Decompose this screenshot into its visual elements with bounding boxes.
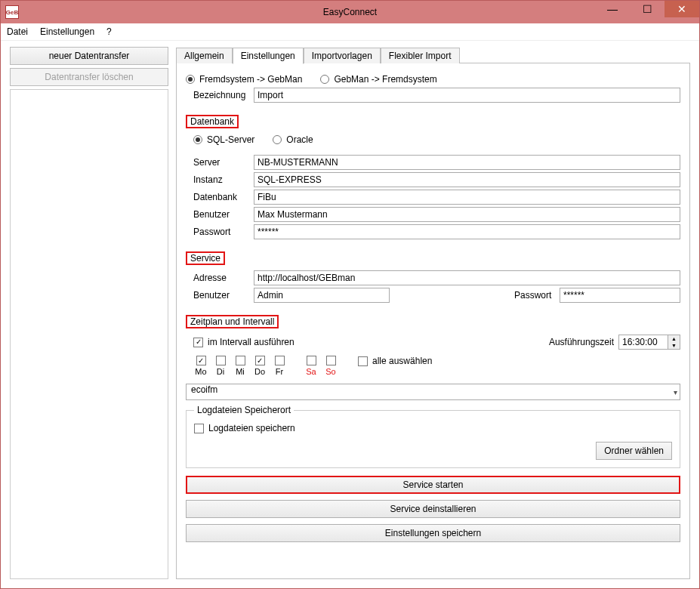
database-group-title: Datenbank (186, 115, 239, 128)
exec-time-row: Ausführungszeit ▲ ▼ (549, 335, 680, 350)
service-user-label: Benutzer (193, 290, 254, 301)
day-label: Di (217, 367, 224, 376)
radio-label: GebMan -> Fremdsystem (334, 74, 436, 85)
database-group: Datenbank SQL-Server Oracle Server (186, 110, 680, 239)
spinner-up-icon[interactable]: ▲ (668, 335, 680, 342)
radio-foreign-to-gebman[interactable]: Fremdsystem -> GebMan (186, 74, 302, 85)
select-all-checkbox[interactable]: alle auswählen (358, 356, 432, 366)
day-mo[interactable]: Mo (193, 356, 208, 376)
sidebar: neuer Datentransfer Datentransfer lösche… (10, 47, 168, 579)
day-label: Sa (306, 367, 316, 376)
app-window: GeB EasyConnect — ☐ ✕ Datei Einstellunge… (0, 0, 700, 589)
day-label: Fr (276, 367, 283, 376)
menu-settings[interactable]: Einstellungen (40, 26, 94, 37)
new-transfer-button[interactable]: neuer Datentransfer (10, 47, 168, 65)
tab-general[interactable]: Allgemein (176, 48, 233, 63)
tab-settings[interactable]: Einstellungen (233, 48, 304, 64)
database-input[interactable] (254, 190, 680, 205)
instance-label: Instanz (193, 174, 254, 185)
save-settings-button[interactable]: Einstellungen speichern (186, 524, 680, 542)
service-group: Service Adresse Benutzer Passwort (186, 247, 680, 303)
checkbox-icon (193, 338, 203, 347)
minimize-button[interactable]: — (595, 1, 630, 17)
database-row: Datenbank (193, 190, 680, 205)
checkbox-icon (255, 356, 265, 365)
app-icon: GeB (5, 5, 19, 19)
exec-time-input[interactable] (619, 335, 668, 349)
db-password-input[interactable] (254, 224, 680, 239)
tab-flexible-import[interactable]: Flexibler Import (381, 48, 460, 63)
day-mi[interactable]: Mi (233, 356, 248, 376)
start-service-button[interactable]: Service starten (186, 476, 680, 494)
interval-label: im Intervall ausführen (208, 337, 294, 347)
radio-label: SQL-Server (207, 134, 254, 145)
radio-dot-icon (186, 75, 195, 84)
interval-checkbox[interactable]: im Intervall ausführen (193, 337, 294, 347)
checkbox-icon (275, 356, 285, 365)
tab-import-templates[interactable]: Importvorlagen (304, 48, 381, 63)
profile-select[interactable]: ecoifm (186, 384, 680, 400)
radio-sql-server[interactable]: SQL-Server (193, 134, 254, 145)
server-input[interactable] (254, 155, 680, 170)
checkbox-icon (326, 356, 336, 365)
delete-transfer-button: Datentransfer löschen (10, 68, 168, 86)
titlebar: GeB EasyConnect — ☐ ✕ (1, 1, 699, 23)
profile-select-wrap[interactable]: ecoifm ▾ (186, 384, 680, 400)
client-area: neuer Datentransfer Datentransfer lösche… (1, 41, 699, 588)
server-row: Server (193, 155, 680, 170)
db-password-row: Passwort (193, 224, 680, 239)
close-button[interactable]: ✕ (665, 1, 699, 17)
spinner-down-icon[interactable]: ▼ (668, 342, 680, 349)
days-row: MoDiMiDoFrSaSoalle auswählen (193, 356, 680, 376)
database-label: Datenbank (193, 192, 254, 202)
select-all-label: alle auswählen (372, 356, 432, 366)
day-do[interactable]: Do (252, 356, 267, 376)
radio-gebman-to-foreign[interactable]: GebMan -> Fremdsystem (320, 74, 436, 85)
exec-time-spinner[interactable]: ▲ ▼ (618, 335, 680, 350)
menu-file[interactable]: Datei (7, 26, 28, 37)
db-user-input[interactable] (254, 207, 680, 222)
transfer-list[interactable] (10, 89, 168, 579)
radio-label: Oracle (286, 134, 313, 145)
instance-input[interactable] (254, 172, 680, 187)
checkbox-icon (358, 356, 368, 366)
service-password-label: Passwort (514, 290, 560, 301)
server-label: Server (193, 157, 254, 168)
main-panel: Allgemein Einstellungen Importvorlagen F… (176, 47, 690, 579)
uninstall-service-button[interactable]: Service deinstallieren (186, 500, 680, 518)
service-address-label: Adresse (193, 273, 254, 283)
choose-folder-button[interactable]: Ordner wählen (596, 442, 672, 460)
designation-row: Bezeichnung (193, 88, 680, 103)
schedule-group-title: Zeitplan und Intervall (186, 315, 279, 328)
service-address-input[interactable] (254, 270, 680, 285)
log-save-checkbox[interactable]: Logdateien speichern (194, 423, 295, 433)
db-password-label: Passwort (193, 227, 254, 237)
day-di[interactable]: Di (213, 356, 228, 376)
designation-input[interactable] (254, 88, 680, 103)
radio-label: Fremdsystem -> GebMan (199, 74, 302, 85)
menu-help[interactable]: ? (106, 26, 112, 37)
checkbox-icon (216, 356, 226, 365)
db-user-label: Benutzer (193, 209, 254, 220)
day-fr[interactable]: Fr (272, 356, 287, 376)
log-group-title: Logdateien Speicherort (194, 405, 294, 415)
service-user-input[interactable] (254, 288, 390, 303)
day-label: Mo (195, 367, 206, 376)
schedule-group: Zeitplan und Intervall im Intervall ausf… (186, 310, 680, 376)
checkbox-icon (194, 424, 204, 433)
direction-row: Fremdsystem -> GebMan GebMan -> Fremdsys… (186, 74, 680, 85)
checkbox-icon (236, 356, 245, 365)
service-group-title: Service (186, 251, 225, 265)
exec-time-label: Ausführungszeit (549, 337, 614, 347)
service-password-input[interactable] (560, 288, 680, 303)
day-sa[interactable]: Sa (304, 356, 319, 376)
service-address-row: Adresse (193, 270, 680, 285)
instance-row: Instanz (193, 172, 680, 187)
radio-oracle[interactable]: Oracle (273, 134, 313, 145)
radio-dot-icon (193, 135, 202, 144)
log-group: Logdateien Speicherort Logdateien speich… (186, 405, 680, 468)
db-user-row: Benutzer (193, 207, 680, 222)
day-so[interactable]: So (323, 356, 338, 376)
maximize-button[interactable]: ☐ (630, 1, 665, 17)
radio-dot-icon (320, 75, 329, 84)
